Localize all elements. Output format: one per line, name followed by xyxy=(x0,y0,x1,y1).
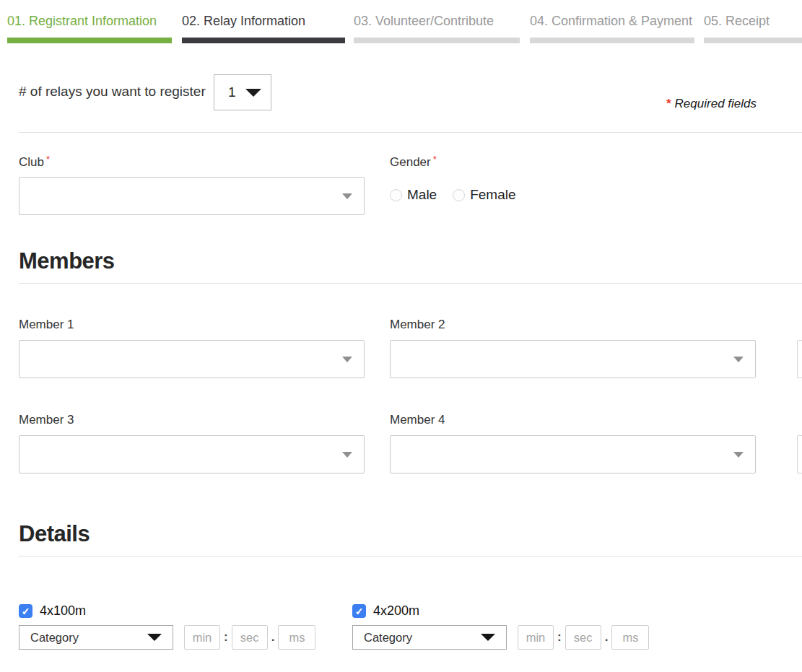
tab-underline xyxy=(182,38,345,43)
member-2-label: Member 2 xyxy=(390,318,756,332)
tab-receipt[interactable]: 05. Receipt xyxy=(704,13,802,43)
event-4x200m: ✓ 4x200m Category : . xyxy=(352,603,649,650)
checkmark-icon: ✓ xyxy=(22,606,30,616)
event-label: 4x100m xyxy=(40,603,86,619)
tab-label: 05. Receipt xyxy=(704,13,802,30)
caret-down-icon xyxy=(733,452,744,458)
event-label: 4x200m xyxy=(373,603,419,619)
gender-radio-group: Male Female xyxy=(390,187,516,203)
time-separator: : xyxy=(224,630,228,645)
caret-down-icon xyxy=(342,193,352,199)
gender-option-label: Female xyxy=(470,187,515,203)
radio-icon[interactable] xyxy=(390,189,402,201)
relay-count-value: 1 xyxy=(228,84,236,100)
section-divider xyxy=(19,283,802,284)
tab-underline xyxy=(7,38,172,43)
member-4-field: Member 4 xyxy=(390,413,756,427)
seconds-input[interactable] xyxy=(232,625,268,650)
caret-down-icon xyxy=(481,634,495,641)
tab-label: 03. Volunteer/Contribute xyxy=(354,13,520,30)
member-2-select[interactable] xyxy=(390,340,756,378)
caret-down-icon xyxy=(342,357,352,362)
tab-registrant-information[interactable]: 01. Registrant Information xyxy=(7,13,172,43)
details-heading: Details xyxy=(19,521,90,547)
tab-underline xyxy=(704,38,802,43)
member-1-label: Member 1 xyxy=(19,318,365,332)
tab-label: 04. Confirmation & Payment xyxy=(530,13,694,30)
tab-underline xyxy=(354,38,520,43)
gender-option-female[interactable]: Female xyxy=(453,187,515,203)
gender-label: Gender* xyxy=(390,154,437,170)
tab-underline xyxy=(530,38,694,43)
member-4-select[interactable] xyxy=(390,435,756,474)
required-asterisk: * xyxy=(433,154,437,165)
club-select[interactable] xyxy=(19,177,365,215)
relay-count-select[interactable]: 1 xyxy=(214,74,271,110)
gender-option-male[interactable]: Male xyxy=(390,187,437,203)
caret-down-icon xyxy=(147,634,162,641)
caret-down-icon xyxy=(342,452,352,458)
club-label: Club* xyxy=(19,154,50,170)
required-fields-note: *Required fields xyxy=(666,97,757,111)
relay-count-label: # of relays you want to register xyxy=(19,84,206,100)
tab-volunteer-contribute[interactable]: 03. Volunteer/Contribute xyxy=(354,13,520,43)
cutoff-select-fragment xyxy=(797,340,802,378)
time-separator: : xyxy=(557,630,562,645)
caret-down-icon xyxy=(733,357,744,362)
member-3-field: Member 3 xyxy=(19,413,365,427)
category-select-value: Category xyxy=(30,631,79,645)
minutes-input[interactable] xyxy=(184,625,220,650)
tab-label: 01. Registrant Information xyxy=(7,13,172,30)
member-1-field: Member 1 xyxy=(19,318,365,332)
tab-relay-information[interactable]: 02. Relay Information xyxy=(182,13,345,43)
member-3-label: Member 3 xyxy=(19,413,365,427)
radio-icon[interactable] xyxy=(453,189,465,201)
tab-label: 02. Relay Information xyxy=(182,13,345,30)
required-asterisk: * xyxy=(666,97,671,110)
section-divider xyxy=(19,556,802,557)
time-separator: . xyxy=(605,630,609,645)
required-asterisk: * xyxy=(46,154,50,165)
category-select[interactable]: Category xyxy=(19,625,173,650)
seconds-input[interactable] xyxy=(565,625,601,650)
member-3-select[interactable] xyxy=(19,435,365,474)
gender-option-label: Male xyxy=(407,187,437,203)
event-checkbox[interactable]: ✓ xyxy=(19,604,32,618)
event-4x100m: ✓ 4x100m Category : . xyxy=(19,603,315,650)
milliseconds-input[interactable] xyxy=(278,625,315,650)
category-select[interactable]: Category xyxy=(352,625,507,650)
time-separator: . xyxy=(271,630,275,645)
member-2-field: Member 2 xyxy=(390,318,756,332)
checkmark-icon: ✓ xyxy=(355,606,364,616)
caret-down-icon xyxy=(245,89,261,97)
required-note-text: Required fields xyxy=(675,97,757,110)
section-divider xyxy=(19,132,802,133)
tab-confirmation-payment[interactable]: 04. Confirmation & Payment xyxy=(530,13,694,43)
event-checkbox[interactable]: ✓ xyxy=(352,604,366,618)
minutes-input[interactable] xyxy=(518,625,554,650)
milliseconds-input[interactable] xyxy=(611,625,649,650)
members-heading: Members xyxy=(19,248,115,274)
member-1-select[interactable] xyxy=(19,340,365,378)
member-4-label: Member 4 xyxy=(390,413,756,427)
category-select-value: Category xyxy=(364,631,412,645)
cutoff-select-fragment xyxy=(797,435,802,474)
